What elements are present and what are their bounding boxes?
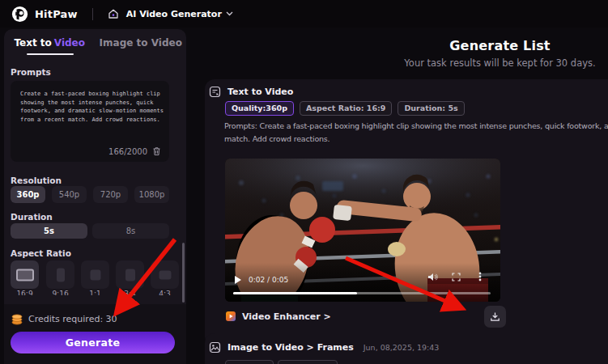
generate-button[interactable]: Generate <box>11 332 175 353</box>
tab-label-accent: Video <box>54 37 85 49</box>
video-time: 0:02 / 0:05 <box>249 276 288 284</box>
resolution-option-1080p[interactable]: 1080p <box>134 186 169 203</box>
image-to-video-icon <box>209 341 221 353</box>
home-icon[interactable] <box>108 8 119 19</box>
hitpaw-logo-icon <box>11 6 28 23</box>
duration-option-5s[interactable]: 5s <box>11 223 87 239</box>
video-enhancer-label: Video Enhancer > <box>242 311 331 322</box>
generator-panel: Text toVideo Image to Video Prompts Crea… <box>4 29 186 364</box>
coins-icon <box>11 313 23 325</box>
tab-text-to-video[interactable]: Text toVideo <box>4 29 96 55</box>
app-title[interactable]: AI Video Generator <box>126 9 222 19</box>
result-card-image-to-video: Image to Video > Frames Jun, 08,2025, 19… <box>205 333 608 364</box>
resolution-option-540p[interactable]: 540p <box>52 186 87 203</box>
text-to-video-icon <box>209 86 221 98</box>
card-date: Jun, 08,2025, 19:43 <box>364 343 440 352</box>
aspect-tile-1-1[interactable] <box>81 260 109 289</box>
volume-icon[interactable] <box>427 269 438 285</box>
tab-image-to-video[interactable]: Image to Video <box>96 29 187 55</box>
resolution-option-720p[interactable]: 720p <box>93 186 128 203</box>
kebab-menu-icon[interactable] <box>478 269 482 285</box>
video-enhancer-icon <box>225 311 236 322</box>
app-window: HitPaw AI Video Generator Text toVideo I… <box>0 0 608 364</box>
card-prompt-line2: match. Add crowd reactions. <box>224 134 330 143</box>
aspect-tile-16-9[interactable] <box>11 260 39 289</box>
chevron-down-icon[interactable] <box>226 11 233 16</box>
aspect-label-9-16: 9:16 <box>46 290 74 295</box>
fullscreen-icon[interactable] <box>452 269 461 285</box>
card-prompt-line1: Prompts: Create a fast-paced boxing high… <box>224 121 608 130</box>
tab-label-prefix: Text to <box>14 37 51 49</box>
badge-aspect-ratio: Aspect Ratio: 16:9 <box>300 101 393 116</box>
aspect-ratio-label: Aspect Ratio <box>11 248 71 258</box>
duration-label: Duration <box>11 212 53 222</box>
generate-list-title: Generate List <box>389 38 608 53</box>
prompt-input-value: Create a fast-paced boxing highlight cli… <box>20 90 164 124</box>
duration-option-8s[interactable]: 8s <box>92 223 169 239</box>
badge-partial-1 <box>225 360 274 364</box>
play-icon[interactable] <box>235 276 241 284</box>
badge-partial-2 <box>278 360 338 364</box>
topbar-divider <box>92 8 93 20</box>
resolution-label: Resolution <box>11 176 62 185</box>
prompt-input[interactable]: Create a fast-paced boxing highlight cli… <box>11 81 169 162</box>
aspect-label-4-3: 4:3 <box>151 290 179 295</box>
download-button[interactable] <box>484 306 506 328</box>
generate-list-subtitle: Your task results will be kept for 30 da… <box>389 57 608 69</box>
aspect-label-16-9: 16:9 <box>11 290 39 295</box>
video-progress-bar[interactable] <box>233 292 491 294</box>
aspect-label-3-4: 3:4 <box>116 290 144 295</box>
card-title: Image to Video > Frames <box>227 342 354 353</box>
credits-required-text: Credits required: 30 <box>28 314 117 324</box>
result-card-text-to-video: Text to Video Quality:360p Aspect Ratio:… <box>205 79 608 346</box>
badge-duration: Duration: 5s <box>398 101 464 116</box>
active-tab-underline <box>27 53 74 55</box>
badge-quality: Quality:360p <box>225 101 294 116</box>
resolution-option-360p[interactable]: 360p <box>11 186 45 203</box>
aspect-tile-9-16[interactable] <box>46 260 74 289</box>
card-title: Text to Video <box>227 87 293 97</box>
aspect-label-1-1: 1:1 <box>81 290 109 295</box>
video-enhancer-link[interactable]: Video Enhancer > <box>225 311 331 322</box>
prompts-label: Prompts <box>11 67 51 77</box>
panel-scrollbar[interactable] <box>182 243 185 303</box>
download-icon <box>490 311 500 322</box>
mode-tabs: Text toVideo Image to Video <box>4 29 186 55</box>
top-bar: HitPaw AI Video Generator <box>0 0 608 28</box>
char-counter: 166/2000 <box>108 147 147 156</box>
aspect-tile-3-4[interactable] <box>116 260 144 289</box>
video-player[interactable]: 0:02 / 0:05 <box>225 159 500 302</box>
brand-name: HitPaw <box>35 8 78 20</box>
aspect-tile-4-3[interactable] <box>151 260 179 289</box>
video-progress-fill <box>233 292 357 294</box>
trash-icon[interactable] <box>152 146 161 156</box>
